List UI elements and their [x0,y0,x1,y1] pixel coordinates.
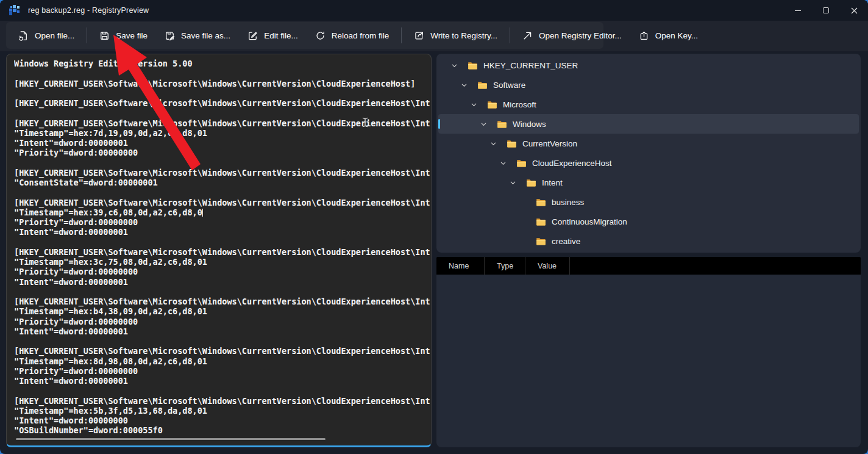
folder-icon [487,100,497,109]
editor-line [14,88,430,98]
column-header-value: Value [525,257,570,275]
tree-item-label: CurrentVersion [522,139,577,148]
toolbar: Open file... Save file Save file as... E… [6,22,603,49]
folder-icon [536,198,546,207]
editor-line [14,386,430,395]
editor-line: "ConsentState"=dword:00000001 [14,178,430,187]
close-button[interactable] [840,0,868,21]
tree-item-label: ContinuousMigration [552,217,627,226]
toolbar-button-label: Open Key... [655,31,698,40]
toolbar-button-label: Reload from file [332,31,390,40]
editor-line: "Priority"=dword:00000000 [14,317,430,326]
editor-line: [HKEY_CURRENT_USER\Software\Microsoft\Wi… [14,396,430,406]
folder-icon [477,81,488,90]
chevron-down-icon[interactable] [471,99,487,109]
toolbar-button-label: Edit file... [264,31,298,40]
toolbar-button-save-file[interactable]: Save file [91,24,156,46]
folder-icon [536,237,546,246]
app-icon [9,5,20,16]
tree-item-label: business [552,198,584,207]
tree-item-ContinuousMigration[interactable]: ContinuousMigration [438,212,859,231]
toolbar-button-label: Save file as... [181,31,230,40]
tree-item-creative[interactable]: creative [438,231,859,251]
editor-line [14,187,430,197]
toolbar-button-open-file[interactable]: Open file... [10,24,83,46]
editor-line: [HKEY_CURRENT_USER\Software\Microsoft\Wi… [14,198,430,207]
tree-item-Intent[interactable]: Intent [438,173,859,192]
tree-item-label: Windows [513,120,546,129]
editor-line [14,237,430,247]
editor-line: "Timestamp"=hex:5b,3f,d5,13,68,da,d8,01 [14,406,430,416]
chevron-down-icon [519,217,536,226]
tree-item-Software[interactable]: Software [438,75,859,95]
chevron-down-icon[interactable] [510,178,526,187]
value-table-body [436,275,861,447]
chevron-down-icon [519,236,536,246]
editor-line: "Intent"=dword:00000001 [14,138,430,148]
editor-line: "Timestamp"=hex:8d,98,08,0d,a2,c6,d8,01 [14,356,430,366]
chevron-down-icon[interactable] [500,158,516,168]
chevron-down-icon[interactable] [480,119,497,129]
editor-line: [HKEY_CURRENT_USER\Software\Microsoft\Wi… [14,168,430,178]
tree-item-CloudExperienceHost[interactable]: CloudExperienceHost [438,153,859,173]
editor-line: "Intent"=dword:00000000 [14,416,430,425]
chevron-down-icon[interactable] [461,80,477,90]
editor-line: "Intent"=dword:00000001 [14,277,430,287]
window-title: reg backup2.reg - RegistryPreview [28,6,149,15]
editor-line: "Timestamp"=hex:39,c6,08,0d,a2,c6,d8,0 [14,207,430,217]
selection-pill [438,119,440,129]
titlebar: reg backup2.reg - RegistryPreview [0,0,868,21]
editor-line [14,336,430,346]
toolbar-button-label: Write to Registry... [430,31,497,40]
tree-item-label: Microsoft [503,100,536,109]
column-header-type: Type [485,257,525,275]
tree-item-label: Intent [542,178,563,187]
toolbar-button-label: Open file... [35,31,74,40]
column-header-name: Name [436,257,485,275]
open-registry-editor-icon [522,31,533,41]
editor-line: "Priority"=dword:00000000 [14,148,430,157]
save-icon [99,31,110,41]
toolbar-button-label: Save file [116,31,148,40]
maximize-button[interactable] [812,0,840,21]
save-as-icon [165,31,175,41]
editor-line: Windows Registry Editor Version 5.00 [14,59,430,68]
minimize-button[interactable] [784,0,812,21]
chevron-down-icon[interactable] [451,60,468,70]
tree-item-label: HKEY_CURRENT_USER [483,61,578,70]
tree-item-label: CloudExperienceHost [532,159,612,168]
chevron-down-icon[interactable] [490,139,507,148]
tree-item-CurrentVersion[interactable]: CurrentVersion [438,134,859,153]
editor-content: Windows Registry Editor Version 5.00[HKE… [14,59,430,436]
editor-line: "Timestamp"=hex:3c,75,08,0d,a2,c6,d8,01 [14,257,430,267]
folder-icon [536,217,546,226]
text-caret [202,209,204,217]
toolbar-button-write-to-registry[interactable]: Write to Registry... [405,24,506,46]
app-window: reg backup2.reg - RegistryPreview Open f… [0,0,868,454]
tree-item-Windows[interactable]: Windows [438,114,859,134]
toolbar-separator [401,27,402,43]
toolbar-button-save-file-as[interactable]: Save file as... [156,24,239,46]
tree-item-label: creative [552,237,580,246]
editor-line [14,158,430,168]
editor-line [14,287,430,297]
open-key-icon [639,31,649,41]
editor-line: [HKEY_CURRENT_USER\Software\Microsoft\Wi… [14,247,430,257]
toolbar-separator [87,27,87,43]
editor-line: "Timestamp"=hex:b4,38,09,0d,a2,c6,d8,01 [14,306,430,316]
editor-textbox[interactable]: Windows Registry Editor Version 5.00[HKE… [6,54,432,447]
toolbar-button-reload-from-file[interactable]: Reload from file [307,24,398,46]
toolbar-button-open-registry-editor[interactable]: Open Registry Editor... [514,24,630,46]
toolbar-separator [510,27,510,43]
toolbar-button-edit-file[interactable]: Edit file... [239,24,307,46]
tree-item-Microsoft[interactable]: Microsoft [438,95,859,114]
tree-item-HKEY_CURRENT_USER[interactable]: HKEY_CURRENT_USER [438,56,859,75]
horizontal-scrollbar[interactable] [16,438,326,440]
tree-item-business[interactable]: business [438,192,859,212]
chevron-down-icon [519,197,536,207]
editor-line: "OSBuildNumber"=dword:000055f0 [14,425,430,435]
editor-line: [HKEY_CURRENT_USER\Software\Microsoft\Wi… [14,118,430,128]
toolbar-button-open-key[interactable]: Open Key... [630,24,706,46]
editor-line: "Priority"=dword:00000000 [14,217,430,227]
editor-line: [HKEY_CURRENT_USER\Software\Microsoft\Wi… [14,79,430,88]
